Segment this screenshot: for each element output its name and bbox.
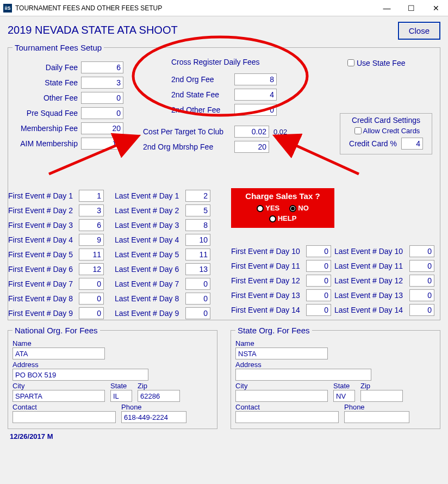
- first-event-day-2-input[interactable]: [79, 204, 104, 216]
- daily-fee-input[interactable]: [81, 61, 123, 73]
- state-contact-label: Contact: [235, 403, 339, 411]
- last-event-day-1-input[interactable]: [185, 190, 210, 202]
- first-event-day-13-input[interactable]: [306, 289, 331, 301]
- national-zip-input[interactable]: [138, 390, 180, 402]
- use-state-fee-checkbox[interactable]: [347, 59, 354, 66]
- tax-help-option[interactable]: HELP: [269, 214, 297, 222]
- state-city-input[interactable]: [235, 390, 328, 402]
- last-event-day-8-input[interactable]: [185, 293, 210, 305]
- page-title: 2019 NEVADA STATE ATA SHOOT: [8, 24, 178, 36]
- second-state-fee-input[interactable]: [234, 89, 277, 101]
- last-event-day-13-label: Last Event # Day 13: [334, 291, 409, 300]
- last-event-day-9-input[interactable]: [185, 307, 210, 319]
- last-event-day-4-label: Last Event # Day 4: [115, 235, 185, 244]
- national-phone-label: Phone: [121, 403, 186, 411]
- tournament-fees-legend: Tournament Fees Setup: [13, 43, 104, 52]
- first-event-day-11-label: First Event # Day 11: [231, 262, 306, 270]
- first-event-day-2-label: First Event # Day 2: [8, 206, 79, 215]
- window-minimize-button[interactable]: —: [375, 0, 399, 16]
- first-event-day-1-label: First Event # Day 1: [8, 191, 79, 200]
- last-event-day-14-input[interactable]: [409, 304, 434, 316]
- first-event-day-8-label: First Event # Day 8: [8, 294, 79, 303]
- state-state-input[interactable]: [333, 390, 355, 402]
- national-name-label: Name: [13, 339, 213, 348]
- last-event-day-2-input[interactable]: [185, 204, 210, 216]
- first-event-day-5-input[interactable]: [79, 249, 104, 260]
- first-event-day-7-label: First Event # Day 7: [8, 280, 79, 288]
- window-titlebar: iiS TOURNAMENT FEES AND OTHER FEES SETUP…: [0, 0, 448, 16]
- first-event-day-14-label: First Event # Day 14: [231, 306, 306, 314]
- first-event-day-7-input[interactable]: [79, 278, 104, 290]
- state-contact-input[interactable]: [235, 411, 339, 423]
- tax-no-option[interactable]: NO: [289, 204, 309, 212]
- state-fee-input[interactable]: [81, 77, 123, 89]
- national-name-input[interactable]: [13, 348, 105, 359]
- national-state-input[interactable]: [110, 390, 132, 402]
- first-event-day-9-input[interactable]: [79, 307, 104, 319]
- first-event-day-4-label: First Event # Day 4: [8, 235, 79, 244]
- national-org-legend: National Org. For Fees: [13, 326, 100, 335]
- first-event-day-13-label: First Event # Day 13: [231, 291, 306, 300]
- last-event-day-4-input[interactable]: [185, 234, 210, 246]
- first-event-day-10-input[interactable]: [306, 245, 331, 257]
- first-event-day-12-input[interactable]: [306, 275, 331, 287]
- cross-register-heading: Cross Register Daily Fees: [171, 58, 260, 66]
- window-maximize-button[interactable]: ☐: [399, 0, 424, 16]
- last-event-day-13-input[interactable]: [409, 289, 434, 301]
- last-event-day-11-label: Last Event # Day 11: [334, 262, 409, 270]
- state-name-input[interactable]: [235, 348, 328, 359]
- first-event-day-5-label: First Event # Day 5: [8, 250, 79, 259]
- national-contact-input[interactable]: [13, 411, 116, 423]
- last-event-day-12-input[interactable]: [409, 275, 434, 287]
- first-event-day-1-input[interactable]: [79, 190, 104, 202]
- second-org-fee-input[interactable]: [234, 73, 277, 85]
- last-event-day-11-input[interactable]: [409, 260, 434, 272]
- other-fee-label: Other Fee: [24, 94, 81, 102]
- state-zip-input[interactable]: [360, 390, 403, 402]
- last-event-day-5-input[interactable]: [185, 249, 210, 260]
- first-event-day-12-label: First Event # Day 12: [231, 276, 306, 285]
- state-phone-input[interactable]: [344, 411, 409, 423]
- state-fee-label: State Fee: [24, 78, 81, 87]
- credit-card-pct-label: Credit Card %: [349, 139, 397, 148]
- last-event-day-10-input[interactable]: [409, 245, 434, 257]
- daily-fee-label: Daily Fee: [24, 63, 81, 72]
- national-phone-input[interactable]: [121, 411, 186, 423]
- first-event-day-8-input[interactable]: [79, 293, 104, 305]
- second-org-mbrshp-input[interactable]: [234, 141, 269, 153]
- window-close-button[interactable]: ✕: [424, 0, 448, 16]
- pre-squad-fee-input[interactable]: [81, 107, 123, 119]
- state-state-label: State: [333, 382, 355, 390]
- first-event-day-3-label: First Event # Day 3: [8, 221, 79, 229]
- first-event-day-4-input[interactable]: [79, 234, 104, 246]
- state-zip-label: Zip: [360, 382, 403, 390]
- last-event-day-7-input[interactable]: [185, 278, 210, 290]
- national-contact-label: Contact: [13, 403, 116, 411]
- state-org-fieldset: State Org. For Fees Name Address City St…: [231, 326, 440, 429]
- sales-tax-title: Charge Sales Tax ?: [237, 191, 329, 201]
- last-event-day-3-input[interactable]: [185, 219, 210, 231]
- national-city-input[interactable]: [13, 390, 105, 402]
- first-event-day-14-input[interactable]: [306, 304, 331, 316]
- second-other-fee-input[interactable]: [234, 104, 277, 116]
- aim-membership-input[interactable]: [81, 138, 123, 150]
- cost-per-target-input[interactable]: [234, 126, 269, 138]
- national-address-input[interactable]: [13, 369, 148, 381]
- credit-card-settings-box: Credit Card Settings Allow Credt Cards C…: [340, 113, 432, 154]
- last-event-day-2-label: Last Event # Day 2: [115, 206, 185, 215]
- first-event-day-11-input[interactable]: [306, 260, 331, 272]
- cost-per-target-display: 0.02: [273, 128, 287, 136]
- last-event-day-6-input[interactable]: [185, 263, 210, 275]
- state-address-input[interactable]: [235, 369, 371, 381]
- last-event-day-3-label: Last Event # Day 3: [115, 221, 185, 229]
- close-button[interactable]: Close: [398, 22, 440, 40]
- allow-credit-cards-checkbox[interactable]: [354, 127, 362, 134]
- credit-card-pct-input[interactable]: [401, 138, 423, 150]
- first-event-day-3-input[interactable]: [79, 219, 104, 231]
- membership-fee-input[interactable]: [81, 122, 123, 134]
- second-org-fee-label: 2nd Org Fee: [171, 75, 234, 84]
- tax-yes-option[interactable]: YES: [257, 204, 279, 212]
- other-fee-input[interactable]: [81, 92, 123, 104]
- last-event-day-7-label: Last Event # Day 7: [115, 280, 185, 288]
- first-event-day-6-input[interactable]: [79, 263, 104, 275]
